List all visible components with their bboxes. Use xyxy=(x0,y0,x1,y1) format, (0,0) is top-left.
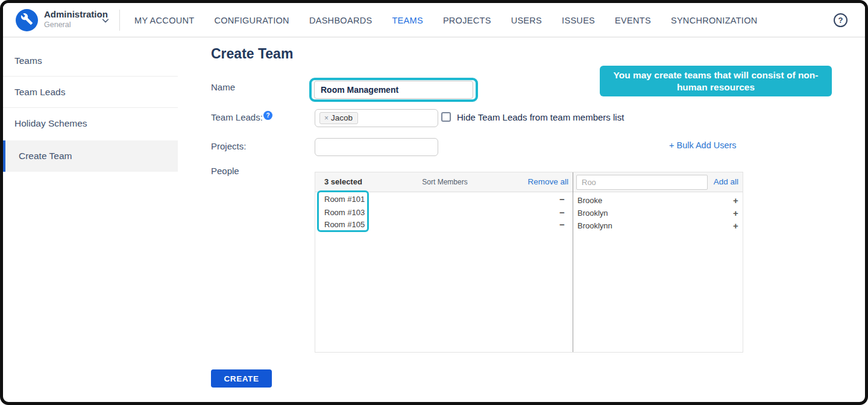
member-name: Room #105 xyxy=(324,220,365,229)
member-row: Room #101 − xyxy=(315,193,573,206)
app-title: Administration xyxy=(44,9,108,19)
suggestion-row: Brooklynn + xyxy=(577,219,744,232)
sort-members-button[interactable]: Sort Members xyxy=(388,178,502,186)
nav-configuration[interactable]: CONFIGURATION xyxy=(214,16,289,25)
chip-label: Jacob xyxy=(331,113,353,122)
create-button[interactable]: CREATE xyxy=(211,369,272,388)
sidebar: Teams Team Leads Holiday Schemes Create … xyxy=(3,37,178,172)
panel-divider xyxy=(573,172,573,352)
nav-dashboards[interactable]: DASHBOARDS xyxy=(309,16,373,25)
projects-label: Projects: xyxy=(211,141,246,151)
topbar-divider xyxy=(119,10,120,31)
hide-team-leads-checkbox[interactable] xyxy=(441,112,451,122)
member-name: Room #103 xyxy=(324,208,365,217)
nav-teams[interactable]: TEAMS xyxy=(392,16,423,25)
suggestion-name: Brooklyn xyxy=(577,209,608,218)
remove-member-icon[interactable]: − xyxy=(559,218,565,231)
page-title: Create Team xyxy=(211,46,293,62)
hide-team-leads-label: Hide Team Leads from team members list xyxy=(457,112,624,122)
add-member-icon[interactable]: + xyxy=(733,207,738,219)
people-search-input[interactable] xyxy=(576,175,708,190)
bulk-add-users-link[interactable]: + Bulk Add Users xyxy=(669,140,737,150)
help-icon[interactable]: ? xyxy=(834,13,848,27)
team-leads-help-icon[interactable]: ? xyxy=(263,111,272,120)
name-field-highlight xyxy=(309,78,478,102)
projects-input[interactable] xyxy=(315,138,438,156)
people-label: People xyxy=(211,166,239,176)
team-leads-input[interactable]: × Jacob xyxy=(315,109,438,127)
members-panel: 3 selected Sort Members Remove all Add a… xyxy=(315,172,743,353)
nav-synchronization[interactable]: SYNCHRONIZATION xyxy=(671,16,758,25)
member-name: Room #101 xyxy=(324,195,365,204)
remove-all-link[interactable]: Remove all xyxy=(523,177,568,186)
members-panel-header: 3 selected Sort Members Remove all Add a… xyxy=(315,172,743,192)
screenshot-stage: Administration General MY ACCOUNT CONFIG… xyxy=(0,0,868,405)
app-logo[interactable] xyxy=(16,9,38,31)
add-all-link[interactable]: Add all xyxy=(711,177,738,186)
suggestion-row: Brooke + xyxy=(577,194,744,207)
add-member-icon[interactable]: + xyxy=(733,219,738,232)
suggestion-name: Brooklynn xyxy=(577,221,612,230)
sidebar-item-team-leads[interactable]: Team Leads xyxy=(3,77,178,108)
chip-remove-icon[interactable]: × xyxy=(324,114,329,122)
name-label: Name xyxy=(211,82,235,92)
member-row: Room #103 − xyxy=(315,206,573,219)
top-navigation-bar: Administration General MY ACCOUNT CONFIG… xyxy=(3,3,865,37)
nav-events[interactable]: EVENTS xyxy=(615,16,651,25)
app-window: Administration General MY ACCOUNT CONFIG… xyxy=(0,0,868,405)
chevron-down-icon[interactable] xyxy=(101,16,110,25)
team-name-input[interactable] xyxy=(314,81,473,99)
remove-member-icon[interactable]: − xyxy=(559,206,565,219)
wrench-icon xyxy=(20,13,33,28)
nav-my-account[interactable]: MY ACCOUNT xyxy=(134,16,194,25)
nav-issues[interactable]: ISSUES xyxy=(562,16,595,25)
add-member-icon[interactable]: + xyxy=(733,194,738,207)
selected-count: 3 selected xyxy=(324,177,362,186)
sidebar-item-create-team[interactable]: Create Team xyxy=(3,140,178,172)
nav-projects[interactable]: PROJECTS xyxy=(443,16,491,25)
suggestion-row: Brooklyn + xyxy=(577,207,744,219)
sidebar-item-teams[interactable]: Teams xyxy=(3,45,178,77)
member-row: Room #105 − xyxy=(315,218,573,231)
sidebar-item-holiday-schemes[interactable]: Holiday Schemes xyxy=(3,108,178,139)
nav-users[interactable]: USERS xyxy=(511,16,542,25)
suggestion-name: Brooke xyxy=(577,196,602,205)
main-nav: MY ACCOUNT CONFIGURATION DASHBOARDS TEAM… xyxy=(134,3,758,37)
app-subtitle: General xyxy=(44,20,71,29)
team-lead-chip: × Jacob xyxy=(319,112,358,124)
info-callout: You may create teams that will consist o… xyxy=(600,66,832,96)
team-leads-label: Team Leads: xyxy=(211,112,263,122)
remove-member-icon[interactable]: − xyxy=(559,193,565,206)
